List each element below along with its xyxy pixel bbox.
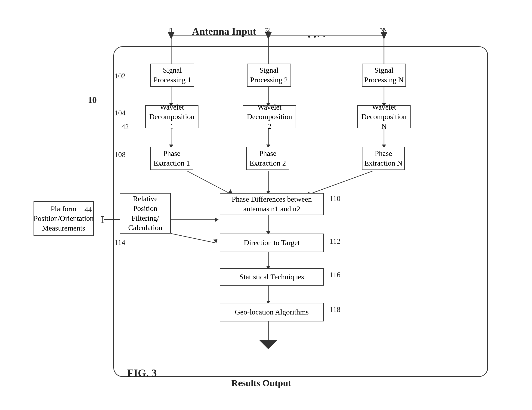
statistical-box: Statistical Techniques [220, 268, 324, 286]
wavelet-decomp-1-box: WaveletDecomposition 1 [145, 105, 199, 128]
phase-extraction-N-box: PhaseExtraction N [362, 147, 405, 170]
ref-102: 102 [114, 72, 126, 80]
wavelet-decomp-N-box: WaveletDecomposition N [357, 105, 410, 128]
antenna-num-1: 1 [167, 27, 171, 35]
rpf-box: RelativePositionFiltering/Calculation [120, 193, 171, 233]
main-diagram: 10 Antenna Input 1 2 N · · [81, 19, 502, 393]
antenna-num-2: 2 [264, 27, 268, 35]
figure-number: 10 [88, 95, 97, 105]
signal-processing-N-box: SignalProcessing N [362, 64, 406, 87]
ref-116: 116 [330, 270, 341, 279]
ref-108: 108 [114, 150, 126, 159]
antenna-num-N: N [380, 27, 385, 35]
geo-location-box: Geo-location Algorithms [220, 303, 324, 321]
ref-114: 114 [114, 238, 125, 247]
signal-processing-2-box: SignalProcessing 2 [247, 64, 291, 87]
phase-extraction-1-box: PhaseExtraction 1 [150, 147, 193, 170]
antenna-input-label: Antenna Input [192, 25, 256, 37]
svg-text:· ·: · · [317, 30, 326, 43]
signal-processing-1-box: SignalProcessing 1 [150, 64, 194, 87]
phase-diff-box: Phase Differences betweenantennas n1 and… [220, 193, 324, 215]
ref-44: 44 [85, 205, 92, 214]
wavelet-decomp-2-box: WaveletDecomposition 2 [243, 105, 296, 128]
direction-box: Direction to Target [220, 233, 324, 252]
ref-104: 104 [114, 109, 126, 117]
phase-extraction-2-box: PhaseExtraction 2 [246, 147, 289, 170]
ref-110: 110 [330, 194, 341, 203]
antenna-dots: · · [308, 30, 316, 44]
ref-42: 42 [122, 122, 129, 131]
results-output-label: Results Output [231, 378, 291, 389]
ref-112: 112 [330, 237, 341, 246]
ref-118: 118 [330, 305, 341, 314]
figure-label: FIG. 3 [127, 367, 157, 379]
